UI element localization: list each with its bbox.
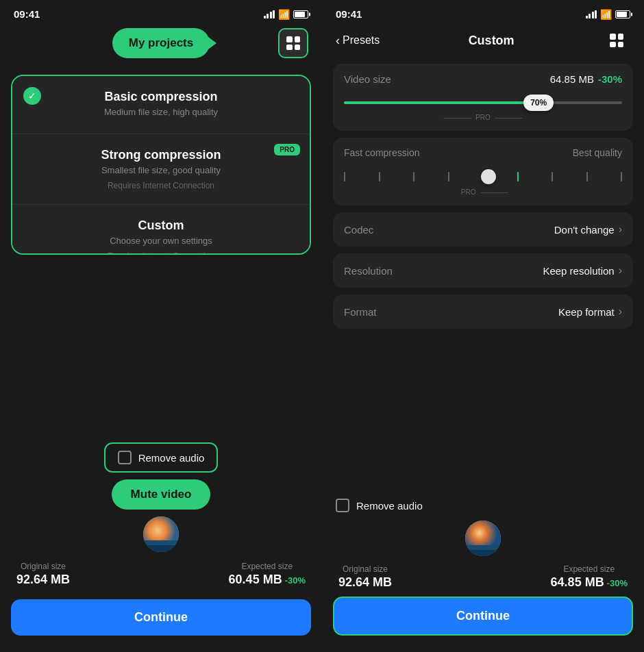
right-status-bar: 09:41 📶 [333, 0, 633, 25]
video-thumbnail [143, 516, 179, 552]
right-remove-audio-checkbox[interactable] [336, 499, 349, 512]
format-value: Keep format [558, 306, 615, 318]
original-size-label: Original size [21, 562, 66, 571]
right-expected-size-col: Expected size 64.85 MB -30% [551, 564, 628, 590]
preset-strong[interactable]: PRO Strong compression Smallest file siz… [12, 134, 310, 205]
right-panel: 09:41 📶 ‹ Presets Custom [322, 0, 644, 652]
quality-slider-track[interactable] [344, 166, 622, 187]
expected-size-label: Expected size [241, 562, 293, 571]
right-wifi-icon: 📶 [600, 9, 612, 20]
grid-icon [286, 36, 300, 50]
original-size-value: 92.64 MB [16, 573, 70, 587]
right-expected-size-value: 64.85 MB [551, 575, 604, 590]
remove-audio-row[interactable]: Remove audio [104, 442, 219, 473]
video-size-slider[interactable]: 70% [344, 93, 622, 112]
notch-8 [586, 172, 588, 181]
video-size-row: Video size 64.85 MB -30% [344, 73, 622, 85]
wifi-icon: 📶 [278, 9, 290, 20]
video-size-pro-label: ———— PRO ———— [344, 114, 622, 121]
grid-view-button[interactable] [278, 28, 308, 58]
slider-thumb[interactable]: 70% [523, 95, 554, 111]
notch-1 [344, 172, 345, 181]
right-remove-audio-row[interactable]: Remove audio [333, 499, 633, 512]
video-size-value: 64.85 MB [550, 73, 594, 85]
remove-audio-checkbox[interactable] [118, 451, 132, 464]
left-status-icons: 📶 [264, 9, 309, 20]
right-original-size-value: 92.64 MB [338, 575, 392, 590]
notch-2 [379, 172, 380, 181]
size-info-row: Original size 92.64 MB Expected size 60.… [11, 562, 311, 587]
preset-custom-title: Custom [26, 218, 296, 233]
right-size-info-row: Original size 92.64 MB Expected size 64.… [333, 564, 633, 590]
bottom-section-left: Remove audio Mute video [11, 442, 311, 652]
codec-label: Codec [344, 224, 373, 236]
right-original-size-col: Original size 92.64 MB [338, 564, 392, 590]
preset-custom-subtitle: Choose your own settings [26, 236, 296, 246]
quality-label-row: Fast compression Best quality [344, 147, 622, 158]
svg-rect-5 [465, 550, 501, 556]
right-bottom-section: Remove audio [333, 499, 633, 652]
codec-value: Don't change [554, 224, 615, 236]
video-size-label: Video size [344, 73, 391, 85]
right-grid-icon [610, 34, 623, 47]
notch-9 [621, 172, 622, 181]
top-nav-left: My projects [11, 25, 311, 61]
preset-basic-title: Basic compression [26, 90, 296, 104]
back-button[interactable]: ‹ Presets [336, 34, 380, 48]
settings-content: Video size 64.85 MB -30% 70% ———— PRO ——… [333, 64, 633, 499]
page-title-right: Custom [469, 34, 515, 48]
continue-button-right[interactable]: Continue [333, 597, 633, 636]
back-chevron-icon: ‹ [336, 34, 340, 48]
right-battery-icon [615, 10, 630, 18]
original-size-col: Original size 92.64 MB [16, 562, 70, 587]
notch-4 [448, 172, 449, 181]
preset-basic[interactable]: ✓ Basic compression Medium file size, hi… [12, 76, 310, 134]
notch-6 [517, 172, 519, 181]
resolution-value: Keep resolution [543, 265, 614, 277]
right-remove-audio-label: Remove audio [356, 500, 423, 512]
quality-right-label: Best quality [573, 147, 622, 158]
pro-badge: PRO [274, 144, 300, 155]
video-size-reduction: -30% [598, 73, 622, 85]
quality-pro-label: PRO ———— [344, 188, 622, 196]
preset-custom[interactable]: Custom Choose your own settings Requires… [12, 205, 310, 255]
right-thumbnail-row [333, 521, 633, 556]
mute-video-button[interactable]: Mute video [112, 479, 211, 510]
expected-size-discount: -30% [285, 575, 306, 586]
checkmark-icon: ✓ [23, 87, 41, 105]
my-projects-button[interactable]: My projects [112, 28, 210, 58]
format-label: Format [344, 306, 377, 318]
preset-basic-subtitle: Medium file size, high quality [26, 107, 296, 117]
right-time: 09:41 [336, 8, 362, 20]
preset-strong-title: Strong compression [26, 148, 296, 162]
right-signal-icon [586, 10, 597, 18]
format-chevron-icon: › [619, 305, 622, 318]
right-status-icons: 📶 [586, 9, 631, 20]
expected-size-col: Expected size 60.45 MB -30% [229, 562, 306, 587]
codec-chevron-icon: › [619, 223, 622, 236]
format-option[interactable]: Format Keep format › [333, 294, 633, 329]
quality-slider-thumb[interactable] [481, 169, 496, 184]
battery-icon [293, 10, 308, 18]
continue-button-left[interactable]: Continue [11, 599, 311, 636]
quality-left-label: Fast compression [344, 147, 419, 158]
signal-icon [264, 10, 275, 18]
right-original-size-label: Original size [343, 564, 388, 574]
preset-strong-note: Requires Internet Connection [26, 181, 296, 190]
preset-strong-subtitle: Smallest file size, good quality [26, 165, 296, 175]
left-panel: 09:41 📶 My projects [0, 0, 322, 652]
right-expected-size-discount: -30% [607, 578, 628, 588]
resolution-label: Resolution [344, 265, 393, 277]
back-label: Presets [343, 34, 380, 47]
notch-3 [413, 172, 414, 181]
quality-slider-card: Fast compression Best quality [333, 138, 633, 205]
video-size-card: Video size 64.85 MB -30% 70% ———— PRO ——… [333, 64, 633, 131]
right-grid-button[interactable] [603, 28, 630, 53]
remove-audio-label: Remove audio [138, 452, 205, 464]
left-time: 09:41 [14, 8, 40, 20]
right-video-thumbnail [465, 521, 501, 556]
left-status-bar: 09:41 📶 [11, 0, 311, 25]
resolution-option[interactable]: Resolution Keep resolution › [333, 253, 633, 288]
codec-option[interactable]: Codec Don't change › [333, 212, 633, 247]
svg-rect-2 [143, 545, 179, 552]
